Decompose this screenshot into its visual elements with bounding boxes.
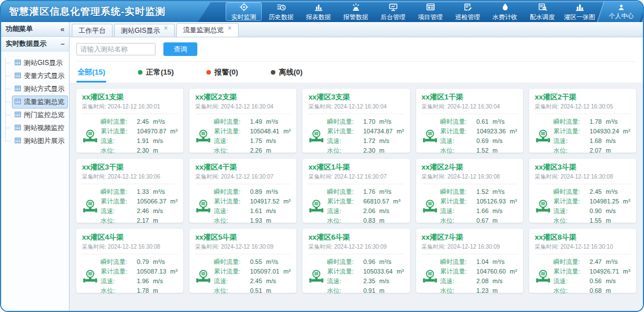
- metric-value: 2.47: [590, 257, 602, 267]
- search-input[interactable]: [76, 43, 155, 55]
- filter-label: 离线(0): [279, 67, 302, 77]
- metric-unit: m: [379, 146, 384, 155]
- nav-item-backend[interactable]: 后台管理: [375, 2, 411, 21]
- filter-tab-alarm[interactable]: 报警(0): [206, 67, 238, 83]
- metric-label: 水位:: [327, 286, 363, 296]
- metric-value: 1.72: [363, 136, 375, 146]
- tab-close-icon[interactable]: ×: [228, 25, 232, 32]
- card-title: xx灌区2支渠: [195, 93, 291, 102]
- station-card[interactable]: xx灌区4斗渠采集时间: 2024-12-12 16:30:08瞬时流量:0.7…: [76, 229, 183, 293]
- tab-flow-overview[interactable]: 流量监测总览×: [176, 23, 239, 37]
- metric-row: 瞬时流量:2.45m³/s: [101, 117, 178, 127]
- metric-row: 流速:1.68m/s: [554, 136, 630, 146]
- metric-value: 0.91: [363, 286, 375, 296]
- metric-unit: m/s: [153, 206, 163, 216]
- card-metrics: 瞬时流量:1.70m³/s累计流量:104734.87m³流速:1.72m/s水…: [327, 117, 404, 155]
- sidebar-section-header[interactable]: 实时数据显示 −: [1, 37, 69, 51]
- sidebar-item-gis-display[interactable]: 测站GIS显示: [6, 57, 67, 70]
- irrigation-map-icon: [575, 2, 585, 12]
- metric-label: 水位:: [101, 286, 137, 296]
- metric-value: 104981.25: [590, 197, 619, 206]
- tab-workbench[interactable]: 工作平台: [72, 24, 113, 37]
- sidebar-collapse-button[interactable]: «: [60, 25, 64, 33]
- nav-item-dispatch[interactable]: 配水调度: [524, 2, 560, 21]
- station-card[interactable]: xx灌区1支渠采集时间: 2024-12-12 16:30:01瞬时流量:2.4…: [76, 89, 183, 153]
- metric-label: 流速:: [554, 206, 590, 216]
- metric-value: 0.67: [477, 216, 489, 226]
- station-card[interactable]: xx灌区1斗渠采集时间: 2024-12-12 16:30:07瞬时流量:1.7…: [302, 159, 409, 223]
- card-body: 瞬时流量:0.55m³/s累计流量:105097.01m³流速:2.45m/s水…: [195, 257, 291, 296]
- nav-item-inspection[interactable]: 巡检管理: [449, 2, 486, 21]
- nav-item-project[interactable]: 项目管理: [412, 2, 448, 21]
- station-card[interactable]: xx灌区2支渠采集时间: 2024-12-12 16:30:04瞬时流量:1.4…: [189, 89, 296, 153]
- metric-label: 累计流量:: [214, 267, 250, 276]
- station-card[interactable]: xx灌区5斗渠采集时间: 2024-12-12 16:30:09瞬时流量:0.5…: [189, 229, 296, 293]
- station-card[interactable]: xx灌区3斗渠采集时间: 2024-12-12 16:30:08瞬时流量:2.4…: [529, 159, 636, 223]
- card-collect-time: 采集时间: 2024-12-12 16:30:01: [82, 103, 178, 114]
- metric-unit: m/s: [492, 276, 503, 286]
- metric-row: 水位:2.30m: [101, 146, 178, 155]
- sidebar-item-station-display[interactable]: 测站方式显示: [6, 83, 67, 96]
- station-card[interactable]: xx灌区1干渠采集时间: 2024-12-12 16:30:04瞬时流量:0.6…: [416, 89, 523, 153]
- tab-bar: 工作平台测站GIS显示×流量监测总览×: [70, 22, 643, 37]
- station-card[interactable]: xx灌区2斗渠采集时间: 2024-12-12 16:30:08瞬时流量:1.5…: [416, 159, 523, 223]
- nav-item-report[interactable]: 报表数据: [300, 2, 336, 21]
- card-body: 瞬时流量:1.33m³/s累计流量:105066.37m³流速:2.46m/s水…: [82, 187, 178, 226]
- metric-unit: m: [606, 286, 611, 296]
- flow-meter-icon: [535, 128, 552, 145]
- grid-table-icon: [14, 124, 21, 133]
- metric-value: 104970.87: [137, 127, 166, 136]
- metric-row: 水位:0.68m: [554, 286, 630, 296]
- nav-item-water-fee[interactable]: 水费计收: [487, 2, 523, 21]
- station-card[interactable]: xx灌区2干渠采集时间: 2024-12-12 16:30:05瞬时流量:1.7…: [529, 89, 636, 153]
- metric-row: 流速:2.06m/s: [327, 206, 404, 216]
- metric-row: 累计流量:105066.37m³: [101, 197, 178, 206]
- filter-tab-offline[interactable]: 离线(0): [271, 67, 302, 83]
- nav-item-history[interactable]: 历史数据: [263, 2, 299, 21]
- nav-item-map[interactable]: 灌区一张图: [561, 2, 598, 21]
- sidebar-item-variable-display[interactable]: 变量方式显示: [6, 70, 67, 83]
- metric-label: 瞬时流量:: [440, 257, 477, 267]
- nav-item-realtime[interactable]: 实时监测: [226, 2, 262, 21]
- station-card[interactable]: xx灌区3支渠采集时间: 2024-12-12 16:30:04瞬时流量:1.7…: [302, 89, 409, 153]
- metric-row: 水位:2.07m: [554, 146, 630, 155]
- sidebar-item-gate-overview[interactable]: 闸门监控总览: [6, 109, 67, 122]
- nav-item-alarm[interactable]: 报警数据: [338, 2, 374, 21]
- metric-value: 66810.57: [363, 197, 389, 206]
- sidebar-item-image-display[interactable]: 测站图片展示: [6, 135, 67, 148]
- nav-user-area: 个人中心全屏显示: [598, 1, 644, 22]
- sidebar-item-content: 测站GIS显示: [12, 57, 66, 69]
- card-metrics: 瞬时流量:1.76m³/s累计流量:66810.57m³流速:2.06m/s水位…: [327, 187, 404, 226]
- filter-tab-all[interactable]: 全部(15): [77, 67, 105, 83]
- nav-item-user-center[interactable]: 个人中心: [597, 1, 644, 22]
- section-collapse-icon[interactable]: −: [60, 40, 64, 48]
- station-card[interactable]: xx灌区6斗渠采集时间: 2024-12-12 16:30:09瞬时流量:0.9…: [302, 229, 409, 293]
- sidebar-item-flow-overview[interactable]: 流量监测总览: [6, 96, 67, 109]
- metric-row: 累计流量:104917.52m³: [214, 197, 291, 206]
- metric-unit: m: [266, 146, 271, 155]
- tab-station-gis[interactable]: 测站GIS显示×: [114, 24, 175, 37]
- metric-unit: m/s: [379, 206, 390, 216]
- station-card[interactable]: xx灌区8斗渠采集时间: 2024-12-12 16:30:10瞬时流量:2.4…: [529, 229, 636, 293]
- card-title: xx灌区3干渠: [82, 163, 178, 172]
- metric-unit: m: [153, 146, 158, 155]
- sidebar-item-video-monitor[interactable]: 测站视频监控: [6, 122, 67, 135]
- station-card[interactable]: xx灌区3干渠采集时间: 2024-12-12 16:30:06瞬时流量:1.3…: [76, 159, 183, 223]
- metric-value: 2.45: [137, 117, 149, 127]
- metric-value: 0.89: [250, 187, 262, 197]
- nav-item-label: 报警数据: [343, 13, 368, 21]
- grid-table-icon: [14, 85, 21, 94]
- card-title: xx灌区5斗渠: [195, 233, 291, 242]
- sidebar-item-label: 测站视频监控: [24, 123, 64, 133]
- tab-close-icon[interactable]: ×: [164, 25, 168, 32]
- station-card[interactable]: xx灌区7斗渠采集时间: 2024-12-12 16:30:09瞬时流量:1.0…: [416, 229, 523, 293]
- station-card[interactable]: xx灌区4干渠采集时间: 2024-12-12 16:30:07瞬时流量:0.8…: [189, 159, 296, 223]
- metric-value: 1.52: [477, 146, 489, 155]
- search-button[interactable]: 查询: [163, 42, 197, 56]
- card-collect-time: 采集时间: 2024-12-12 16:30:09: [195, 243, 291, 254]
- filter-tab-normal[interactable]: 正常(15): [138, 67, 174, 83]
- nav-item-label: 巡检管理: [455, 13, 480, 21]
- metric-row: 累计流量:105126.93m³: [440, 197, 517, 206]
- metric-label: 累计流量:: [327, 267, 363, 276]
- metric-unit: m³: [396, 127, 404, 136]
